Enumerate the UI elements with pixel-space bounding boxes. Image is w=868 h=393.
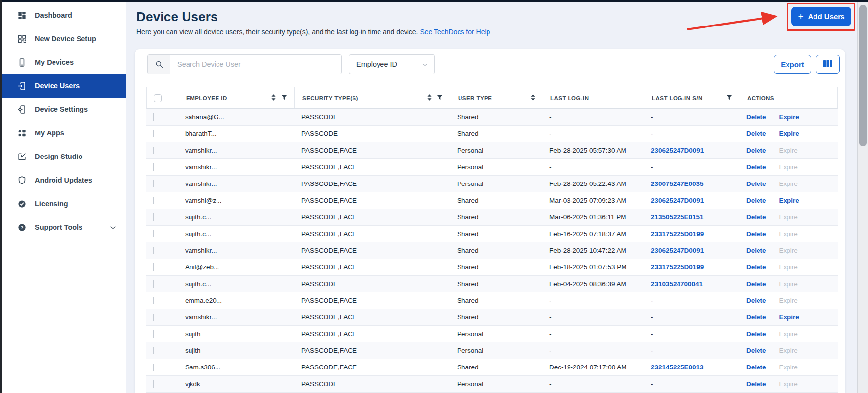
table-row: vamshikr...PASSCODE,FACEPersonalFeb-28-2… [146, 142, 838, 159]
sort-icon[interactable] [531, 94, 535, 102]
row-checkbox[interactable] [153, 364, 154, 371]
delete-link[interactable]: Delete [746, 197, 766, 204]
select-all-checkbox[interactable] [154, 94, 162, 102]
column-header-user-type: USER TYPE [450, 87, 542, 108]
delete-link[interactable]: Delete [746, 247, 766, 254]
search-by-dropdown[interactable]: Employee ID [349, 54, 435, 74]
row-checkbox[interactable] [153, 330, 154, 338]
delete-link[interactable]: Delete [746, 230, 766, 237]
actions-cell: DeleteExpire [738, 130, 838, 137]
sidebar-item-device-users[interactable]: Device Users [2, 74, 126, 98]
delete-link[interactable]: Delete [746, 263, 766, 271]
delete-link[interactable]: Delete [746, 113, 766, 121]
filter-icon[interactable] [281, 95, 287, 101]
user-type-cell: Personal [449, 380, 542, 388]
delete-link[interactable]: Delete [746, 147, 766, 154]
column-header-label: LAST LOG-IN [550, 95, 589, 101]
filter-icon[interactable] [726, 95, 732, 101]
serial-number-link[interactable]: 233175225D0199 [651, 230, 704, 237]
sort-icon[interactable] [271, 94, 276, 102]
delete-link[interactable]: Delete [746, 163, 766, 171]
delete-link[interactable]: Delete [746, 180, 766, 187]
actions-cell: DeleteExpire [738, 197, 838, 204]
serial-number-link[interactable]: 230075247E0035 [651, 180, 704, 187]
row-checkbox[interactable] [153, 247, 154, 254]
user-type-cell: Shared [449, 297, 542, 304]
serial-number-link[interactable]: 230625247D0091 [651, 197, 704, 204]
delete-link[interactable]: Delete [746, 364, 766, 371]
sidebar-item-my-devices[interactable]: My Devices [2, 51, 126, 74]
delete-link[interactable]: Delete [746, 297, 766, 304]
row-checkbox[interactable] [153, 280, 154, 288]
expire-link[interactable]: Expire [779, 314, 799, 321]
expire-link[interactable]: Expire [779, 113, 799, 121]
add-users-label: Add Users [808, 12, 845, 21]
row-checkbox[interactable] [153, 130, 154, 137]
techdocs-help-link[interactable]: See TechDocs for Help [420, 28, 490, 36]
delete-link[interactable]: Delete [746, 330, 766, 338]
vertical-scrollbar[interactable] [857, 2, 868, 393]
search-input[interactable] [170, 55, 341, 74]
row-checkbox[interactable] [153, 213, 154, 221]
sort-icon[interactable] [427, 94, 432, 102]
employee-id-cell: vamshikr... [177, 163, 294, 171]
serial-number-link[interactable]: 230625247D0091 [651, 247, 704, 254]
sidebar-item-label: Support Tools [35, 223, 82, 231]
row-select-cell [146, 347, 177, 354]
row-checkbox[interactable] [153, 147, 154, 154]
add-users-button[interactable]: + Add Users [791, 7, 851, 26]
delete-link[interactable]: Delete [746, 380, 766, 388]
last-login-sn-cell: - [643, 380, 738, 388]
last-login-cell: Feb-28-2025 05:22:43 AM [542, 180, 643, 187]
sidebar-item-my-apps[interactable]: My Apps [2, 121, 126, 145]
last-login-cell: Feb-18-2025 01:07:53 PM [542, 263, 643, 271]
sidebar-item-licensing[interactable]: Licensing [2, 192, 126, 215]
serial-number-link[interactable]: 233175225D0199 [651, 263, 704, 271]
security-types-cell: PASSCODE,FACE [294, 180, 449, 187]
last-login-sn-cell: - [643, 113, 738, 121]
row-checkbox[interactable] [153, 263, 154, 271]
employee-id-cell: sujith [177, 347, 294, 354]
last-login-cell: - [542, 314, 643, 321]
delete-link[interactable]: Delete [746, 347, 766, 354]
sidebar-item-dashboard[interactable]: Dashboard [2, 3, 126, 27]
column-header-last-log-in: LAST LOG-IN [542, 87, 644, 108]
row-checkbox[interactable] [153, 297, 154, 304]
row-checkbox[interactable] [153, 347, 154, 354]
sidebar-item-android-updates[interactable]: Android Updates [2, 168, 126, 192]
filter-icon[interactable] [437, 95, 443, 101]
delete-link[interactable]: Delete [746, 213, 766, 221]
delete-link[interactable]: Delete [746, 314, 766, 321]
security-types-cell: PASSCODE,FACE [294, 147, 449, 154]
row-checkbox[interactable] [153, 113, 154, 121]
row-checkbox[interactable] [153, 314, 154, 321]
scrollbar-thumb[interactable] [859, 5, 867, 146]
sidebar-item-device-settings[interactable]: Device Settings [2, 98, 126, 121]
sidebar-item-support-tools[interactable]: ?Support Tools [2, 215, 126, 239]
serial-number-link[interactable]: 232145225E0013 [651, 364, 704, 371]
last-login-cell: Feb-28-2025 10:47:22 AM [542, 247, 643, 254]
column-header-employee-id: EMPLOYEE ID [178, 87, 294, 108]
sidebar-item-design-studio[interactable]: Design Studio [2, 145, 126, 168]
expire-link: Expire [779, 213, 798, 221]
sidebar-item-new-device-setup[interactable]: New Device Setup [2, 27, 126, 51]
expire-link[interactable]: Expire [779, 130, 799, 137]
export-button[interactable]: Export [774, 55, 811, 74]
serial-number-link[interactable]: 213505225E0151 [651, 213, 704, 221]
column-settings-button[interactable] [816, 55, 840, 74]
row-checkbox[interactable] [153, 180, 154, 187]
serial-number-link[interactable]: 230625247D0091 [651, 147, 704, 154]
delete-link[interactable]: Delete [746, 280, 766, 288]
actions-cell: DeleteExpire [738, 113, 838, 121]
row-checkbox[interactable] [153, 380, 154, 388]
delete-link[interactable]: Delete [746, 130, 766, 137]
row-checkbox[interactable] [153, 197, 154, 204]
expire-link[interactable]: Expire [779, 197, 799, 204]
row-checkbox[interactable] [153, 163, 154, 171]
columns-icon [823, 60, 833, 69]
expire-link: Expire [779, 247, 798, 254]
row-select-cell [146, 280, 177, 288]
row-checkbox[interactable] [153, 230, 154, 237]
window-left-edge [0, 0, 2, 393]
serial-number-link[interactable]: 23103524700041 [651, 280, 703, 288]
